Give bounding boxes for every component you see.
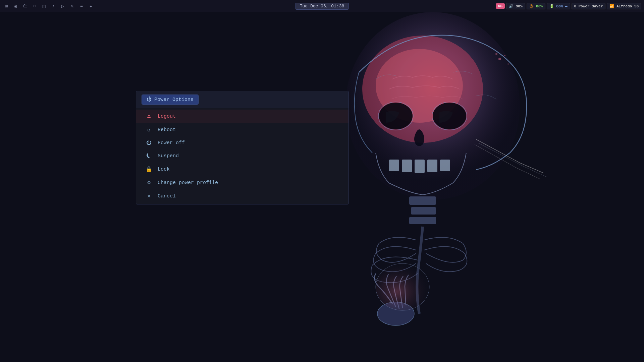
video-icon[interactable]: ▷ xyxy=(59,2,66,10)
suspend-icon: ⏾ xyxy=(146,153,152,159)
poweroff-icon: ⏻ xyxy=(146,140,152,146)
menu-item-reboot[interactable]: ↺ Reboot xyxy=(136,123,348,136)
chat-icon[interactable]: ◫ xyxy=(40,2,48,10)
menu-item-change-power[interactable]: ⚙ Change power profile xyxy=(136,176,348,189)
reboot-label: Reboot xyxy=(158,127,176,133)
gear-icon: ⚙ xyxy=(146,179,152,186)
menu-item-cancel[interactable]: ✕ Cancel xyxy=(136,189,348,203)
menu-item-poweroff[interactable]: ⏻ Power off xyxy=(136,136,348,149)
cancel-label: Cancel xyxy=(158,193,176,199)
power-mode-badge[interactable]: ⊙ Power Saver xyxy=(572,3,606,9)
firefox-icon[interactable]: ○ xyxy=(31,2,38,10)
volume-badge[interactable]: 🔊 90% xyxy=(506,3,525,9)
taskbar: ⊞ ◉ 🗀 ○ ◫ ♪ ▷ ✎ ≡ ✦ Tue Dec 06, 01:38 US… xyxy=(0,0,644,12)
edit-icon[interactable]: ✎ xyxy=(68,2,76,10)
browser-icon[interactable]: ◉ xyxy=(12,2,19,10)
keyboard-badge[interactable]: US xyxy=(496,3,505,9)
battery-badge[interactable]: 🔋 86% — xyxy=(547,3,570,9)
music-icon[interactable]: ♪ xyxy=(50,2,57,10)
settings-icon[interactable]: ✦ xyxy=(87,2,95,10)
menu-item-lock[interactable]: 🔒 Lock xyxy=(136,163,348,176)
taskbar-center: Tue Dec 06, 01:38 xyxy=(296,3,349,10)
lock-label: Lock xyxy=(158,167,170,172)
poweroff-label: Power off xyxy=(158,140,185,146)
notes-icon[interactable]: ≡ xyxy=(78,2,85,10)
menu-item-suspend[interactable]: ⏾ Suspend xyxy=(136,149,348,163)
power-icon: ⏻ xyxy=(147,97,152,103)
suspend-label: Suspend xyxy=(158,153,179,159)
logout-label: Logout xyxy=(158,114,176,119)
cancel-icon: ✕ xyxy=(146,193,152,199)
dialog-title: Power Options xyxy=(154,97,194,103)
menu-item-logout[interactable]: ⏏ Logout xyxy=(136,110,348,123)
dialog-menu: ⏏ Logout ↺ Reboot ⏻ Power off ⏾ Suspend … xyxy=(136,108,348,204)
files-icon[interactable]: 🗀 xyxy=(21,2,29,10)
change-power-label: Change power profile xyxy=(158,180,218,186)
dialog-title-button: ⏻ Power Options xyxy=(142,95,199,105)
reboot-icon: ↺ xyxy=(146,126,152,133)
dialog-title-bar: ⏻ Power Options xyxy=(136,91,348,108)
taskbar-right: US 🔊 90% 🔆 80% 🔋 86% — ⊙ Power Saver 📶 A… xyxy=(496,3,641,9)
logout-icon: ⏏ xyxy=(146,113,152,120)
taskbar-left: ⊞ ◉ 🗀 ○ ◫ ♪ ▷ ✎ ≡ ✦ xyxy=(3,2,496,10)
dialog-overlay: ⏻ Power Options ⏏ Logout ↺ Reboot ⏻ Powe… xyxy=(0,12,644,362)
brightness-badge[interactable]: 🔆 80% xyxy=(527,3,545,9)
lock-icon: 🔒 xyxy=(146,166,152,173)
clock-display: Tue Dec 06, 01:38 xyxy=(296,3,349,10)
apps-icon[interactable]: ⊞ xyxy=(3,2,10,10)
power-options-dialog: ⏻ Power Options ⏏ Logout ↺ Reboot ⏻ Powe… xyxy=(136,91,349,204)
wifi-badge[interactable]: 📶 Alfredo 5G xyxy=(607,3,641,9)
